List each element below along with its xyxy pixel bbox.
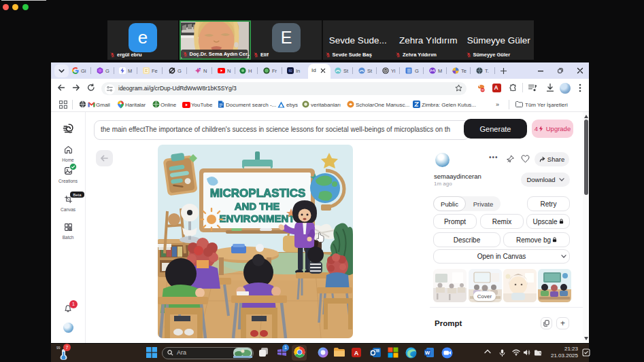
svg-text:ENVIRONMENT: ENVIRONMENT bbox=[220, 213, 295, 224]
svg-text:MICROPLASTICS: MICROPLASTICS bbox=[210, 187, 306, 200]
svg-text:AND THE: AND THE bbox=[235, 200, 280, 212]
svg-text:A: A bbox=[354, 350, 359, 357]
svg-text:60: 60 bbox=[288, 69, 292, 73]
svg-text:W: W bbox=[425, 350, 430, 356]
